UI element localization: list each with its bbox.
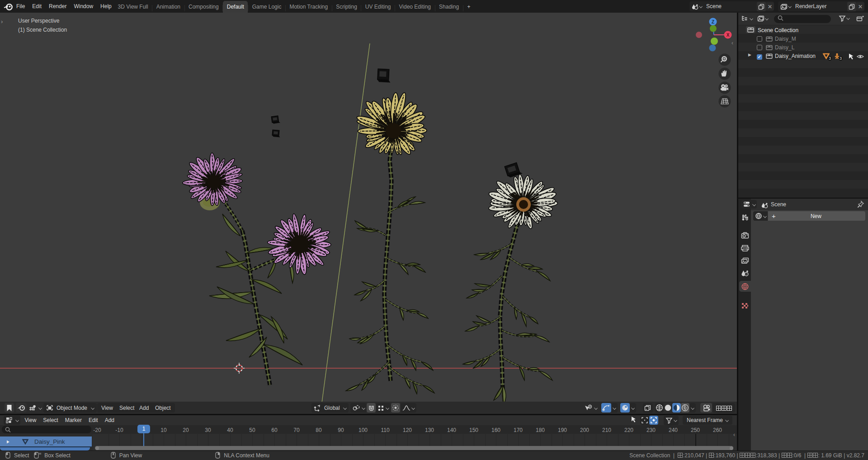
svg-text:Z: Z xyxy=(712,19,714,24)
svg-text:X: X xyxy=(726,33,730,38)
